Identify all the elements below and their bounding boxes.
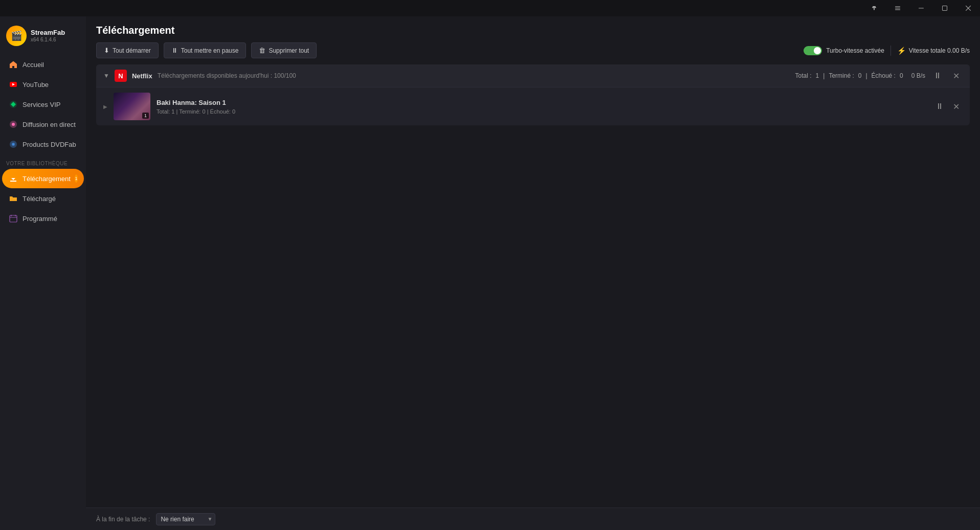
group-pause-button[interactable]: ⏸: [930, 70, 945, 81]
group-stat-sep1: |: [823, 72, 825, 79]
delete-all-icon: 🗑: [259, 47, 265, 54]
svg-rect-2: [873, 6, 876, 7]
pin-button[interactable]: [862, 0, 886, 16]
close-button[interactable]: [956, 0, 980, 16]
sidebar-nav: Accueil YouTube Services VIP: [0, 54, 86, 530]
download-icon: [8, 173, 18, 184]
delete-all-button[interactable]: 🗑 Supprimer tout: [251, 42, 317, 58]
task-end-select-wrapper: Ne rien faire Éteindre Mettre en veille …: [156, 513, 215, 525]
download-list: ▼ N Netflix Téléchargements disponibles …: [86, 64, 980, 507]
minimize-button[interactable]: [909, 0, 933, 16]
app-name: StreamFab: [31, 29, 65, 37]
speed-display: ⚡ Vitesse totale 0.00 B/s: [897, 47, 970, 55]
download-group-netflix: ▼ N Netflix Téléchargements disponibles …: [96, 64, 970, 125]
delete-all-label: Supprimer tout: [269, 47, 309, 54]
restore-button[interactable]: [933, 0, 956, 16]
svg-rect-5: [895, 9, 900, 10]
turbo-toggle: Turbo-vitesse activée: [804, 46, 884, 55]
group-total-value: 1: [816, 72, 819, 79]
app-body: 🎬 StreamFab x64 6.1.4.6 Accueil YouTube: [0, 16, 980, 530]
group-chevron-icon[interactable]: ▼: [103, 72, 109, 79]
page-header: Téléchargement: [86, 16, 980, 42]
sidebar-item-programme[interactable]: Programmé: [2, 209, 84, 228]
menu-button[interactable]: [886, 0, 909, 16]
item-close-button[interactable]: ✕: [950, 101, 963, 113]
download-item-baki: ▶ 1 Baki Hanma: Saison 1 Total: 1 | Term…: [96, 87, 970, 125]
sidebar-item-telechargement[interactable]: Téléchargement 1: [2, 169, 84, 188]
item-actions: ⏸ ✕: [932, 101, 963, 113]
sidebar-item-vip[interactable]: Services VIP: [2, 95, 84, 114]
title-bar-controls: [862, 0, 980, 16]
bottom-bar: À la fin de la tâche : Ne rien faire Éte…: [86, 507, 980, 530]
youtube-icon: [8, 79, 18, 90]
sidebar-item-label: Products DVDFab: [23, 141, 76, 148]
group-stat-sep2: |: [865, 72, 867, 79]
toolbar-right: Turbo-vitesse activée ⚡ Vitesse totale 0…: [804, 46, 970, 56]
sidebar-item-youtube[interactable]: YouTube: [2, 75, 84, 94]
live-icon: [8, 119, 18, 129]
page-title: Téléchargement: [96, 25, 174, 36]
group-termine-label: Terminé :: [829, 72, 854, 79]
group-name: Netflix: [132, 72, 152, 80]
sidebar: 🎬 StreamFab x64 6.1.4.6 Accueil YouTube: [0, 16, 86, 530]
library-section-label: VOTRE BIBLIOTHÈQUE: [0, 154, 86, 168]
item-thumbnail: 1: [114, 93, 150, 120]
group-total-label: Total :: [795, 72, 812, 79]
sidebar-item-accueil[interactable]: Accueil: [2, 55, 84, 74]
svg-rect-7: [943, 6, 947, 11]
thumbnail-badge: 1: [142, 113, 149, 119]
logo-icon: 🎬: [6, 26, 27, 46]
vip-icon: [8, 99, 18, 109]
svg-rect-4: [895, 8, 900, 8]
start-all-icon: ⬇: [104, 47, 109, 54]
group-header-netflix: ▼ N Netflix Téléchargements disponibles …: [96, 64, 970, 87]
item-expand-icon[interactable]: ▶: [103, 104, 107, 109]
svg-point-14: [12, 123, 15, 126]
sidebar-item-label: Téléchargement: [23, 175, 71, 183]
toolbar: ⬇ Tout démarrer ⏸ Tout mettre en pause 🗑…: [86, 42, 980, 64]
dvdfab-icon: [8, 139, 18, 149]
group-termine-value: 0: [858, 72, 862, 79]
sidebar-item-label: Téléchargé: [23, 195, 56, 203]
home-icon: [8, 59, 18, 70]
sidebar-item-label: Accueil: [23, 61, 44, 69]
group-close-button[interactable]: ✕: [950, 70, 963, 82]
svg-rect-1: [874, 8, 875, 10]
svg-rect-6: [919, 8, 924, 9]
sidebar-item-label: Services VIP: [23, 101, 60, 108]
app-logo: 🎬 StreamFab x64 6.1.4.6: [0, 20, 86, 54]
speed-label: Vitesse totale 0.00 B/s: [909, 47, 970, 54]
sidebar-item-dvdfab[interactable]: Products DVDFab: [2, 135, 84, 154]
sidebar-item-diffusion[interactable]: Diffusion en direct: [2, 115, 84, 134]
sidebar-item-label: Programmé: [23, 215, 57, 223]
turbo-toggle-switch[interactable]: [804, 46, 822, 55]
group-speed: 0 B/s: [911, 72, 925, 79]
pause-all-button[interactable]: ⏸ Tout mettre en pause: [164, 42, 247, 58]
start-all-button[interactable]: ⬇ Tout démarrer: [96, 42, 159, 58]
title-bar: [0, 0, 980, 16]
svg-rect-3: [895, 7, 900, 7]
item-stats: Total: 1 | Terminé: 0 | Échoué: 0: [157, 108, 926, 115]
telechargement-badge: 1: [75, 174, 78, 183]
pause-all-icon: ⏸: [171, 47, 178, 54]
group-subtitle: Téléchargements disponibles aujourd'hui …: [158, 72, 296, 79]
group-echoue-value: 0: [900, 72, 903, 79]
svg-rect-18: [10, 215, 17, 222]
speed-icon: ⚡: [897, 47, 906, 55]
toolbar-divider: [890, 46, 891, 56]
calendar-icon: [8, 213, 18, 224]
task-end-select[interactable]: Ne rien faire Éteindre Mettre en veille: [156, 513, 215, 525]
group-stats: Total : 1 | Terminé : 0 | Échoué : 0 0 B…: [795, 72, 925, 79]
sidebar-item-telecharge[interactable]: Téléchargé: [2, 189, 84, 208]
svg-rect-0: [872, 7, 876, 8]
folder-icon: [8, 193, 18, 204]
bottom-label: À la fin de la tâche :: [96, 516, 150, 523]
sidebar-item-label: YouTube: [23, 81, 49, 89]
netflix-badge: N: [115, 70, 127, 82]
logo-text: StreamFab x64 6.1.4.6: [31, 29, 65, 43]
item-pause-button[interactable]: ⏸: [932, 101, 947, 112]
item-title: Baki Hanma: Saison 1: [157, 99, 926, 106]
app-version: x64 6.1.4.6: [31, 37, 65, 43]
start-all-label: Tout démarrer: [113, 47, 151, 54]
pause-all-label: Tout mettre en pause: [181, 47, 239, 54]
